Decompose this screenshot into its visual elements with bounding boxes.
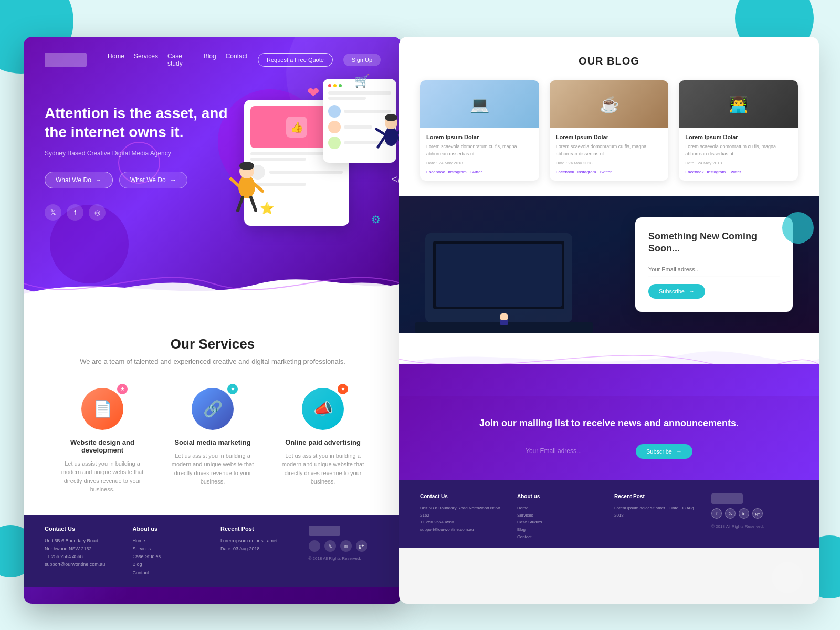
footer-contact-phone: +1 256 2564 4568 <box>45 553 117 561</box>
svg-point-7 <box>384 127 398 146</box>
blog-card-2-tags: Facebook Instagram Twitter <box>556 170 663 174</box>
rp-footer-social: f 𝕏 in g+ <box>711 508 798 519</box>
service-card-3: 📣 ★ Online paid advertising Let us assis… <box>276 388 370 494</box>
coming-soon-section: Something New Coming Soon... Subscribe → <box>399 196 819 333</box>
mailing-subscribe-button[interactable]: Subscribe → <box>636 444 692 459</box>
svg-line-3 <box>238 197 243 211</box>
blog-tag-ig-1[interactable]: Instagram <box>448 170 467 174</box>
rp-copyright: © 2018 All Rights Reserved. <box>711 524 798 529</box>
twitter-icon[interactable]: 𝕏 <box>45 204 61 221</box>
blog-tag-tw-1[interactable]: Twitter <box>470 170 482 174</box>
svg-line-6 <box>255 184 262 191</box>
footer-recent: Recent Post Lorem ipsum dolor sit amet..… <box>220 526 293 577</box>
rp-footer-contact-text: Unit 6B 6 Boundary Road Northwood NSW 21… <box>420 505 507 519</box>
hero-btn-2[interactable]: What We Do → <box>119 172 187 188</box>
service-icon-ads: 📣 ★ <box>302 388 344 430</box>
nav-link-services[interactable]: Services <box>134 52 158 67</box>
blog-tag-fb-3[interactable]: Facebook <box>685 170 704 174</box>
blog-card-2-body: Lorem Ipsum Dolar Lorem scaevola domonra… <box>550 128 669 181</box>
svg-point-0 <box>238 175 255 198</box>
nav-logo <box>45 52 87 67</box>
service-2-desc: Let us assist you in building a modern a… <box>165 452 260 486</box>
blog-card-2-text: Lorem scaevola domonratum cu fis, magna … <box>556 143 663 158</box>
cs-subscribe-button[interactable]: Subscribe → <box>648 284 705 299</box>
instagram-icon[interactable]: ◎ <box>89 204 106 221</box>
rp-footer-email: support@ourwontine.com.au <box>420 526 507 533</box>
blog-tag-ig-3[interactable]: Instagram <box>707 170 726 174</box>
footer-section: Contact Us Unit 6B 6 Boundary Road North… <box>24 515 402 587</box>
footer-gp-icon[interactable]: g+ <box>356 540 368 552</box>
blog-img-3: 👨‍💻 <box>679 80 798 128</box>
blog-section: OUR BLOG 💻 Lorem Ipsum Dolar Lorem scaev… <box>399 37 819 196</box>
rp-in-icon[interactable]: in <box>739 508 749 519</box>
blog-tag-fb-1[interactable]: Facebook <box>426 170 445 174</box>
nav-link-blog[interactable]: Blog <box>204 52 216 67</box>
arrow-right-icon: → <box>96 176 102 184</box>
blog-card-1: 💻 Lorem Ipsum Dolar Lorem scaevola domon… <box>420 80 539 181</box>
mailing-form: Subscribe → <box>420 443 798 459</box>
character-2 <box>375 110 402 160</box>
svg-point-9 <box>385 114 397 121</box>
nav-link-contact[interactable]: Contact <box>226 52 247 67</box>
left-panel: Home Services Case study Blog Contact Re… <box>24 37 402 604</box>
hero-btn-1[interactable]: What We Do → <box>45 172 113 188</box>
mailing-section: Join our mailing list to receive news an… <box>399 396 819 480</box>
footer-fb-icon[interactable]: f <box>309 540 320 552</box>
nav-link-casestudy[interactable]: Case study <box>167 52 194 67</box>
blog-card-3-tags: Facebook Instagram Twitter <box>685 170 792 174</box>
blog-tag-ig-2[interactable]: Instagram <box>578 170 596 174</box>
footer-in-icon[interactable]: in <box>340 540 352 552</box>
blog-img-1: 💻 <box>420 80 539 128</box>
blog-tag-tw-3[interactable]: Twitter <box>729 170 741 174</box>
service-1-title: Website design and development <box>55 438 150 454</box>
service-card-2: 🔗 ★ Social media marketing Let us assist… <box>165 388 260 494</box>
social-icons: 𝕏 f ◎ <box>45 204 234 221</box>
footer-social: f 𝕏 in g+ <box>309 540 381 552</box>
service-card-1: 📄 ★ Website design and development Let u… <box>55 388 150 494</box>
cs-laptop-illustration <box>415 217 593 333</box>
blog-card-3: 👨‍💻 Lorem Ipsum Dolar Lorem scaevola dom… <box>679 80 798 181</box>
cs-content-card: Something New Coming Soon... Subscribe → <box>635 217 793 312</box>
rp-footer-brand: f 𝕏 in g+ © 2018 All Rights Reserved. <box>711 494 798 540</box>
blog-card-2-title: Lorem Ipsum Dolar <box>556 134 663 140</box>
blog-tag-fb-2[interactable]: Facebook <box>556 170 574 174</box>
rp-footer-about-title: About us <box>517 494 604 499</box>
rp-footer-contact-title: Contact Us <box>420 494 507 499</box>
blog-card-3-title: Lorem Ipsum Dolar <box>685 134 792 140</box>
illus-line-3 <box>269 171 343 174</box>
footer-about: About us HomeServicesCase StudiesBlogCon… <box>133 526 205 577</box>
cs-email-input[interactable] <box>648 263 780 276</box>
blog-card-1-title: Lorem Ipsum Dolar <box>426 134 533 140</box>
services-title: Our Services <box>45 336 381 352</box>
footer-about-title: About us <box>133 526 205 532</box>
blog-card-3-body: Lorem Ipsum Dolar Lorem scaevola domonra… <box>679 128 798 181</box>
blog-card-1-text: Lorem scaevola domonratum cu fis, magna … <box>426 143 533 158</box>
rp-fb-icon[interactable]: f <box>711 508 722 519</box>
service-3-title: Online paid advertising <box>276 438 370 446</box>
rp-gp-icon[interactable]: g+ <box>752 508 763 519</box>
footer-copyright: © 2018 All Rights Reserved. <box>309 556 381 561</box>
rp-tw-icon[interactable]: 𝕏 <box>725 508 736 519</box>
blog-img-2: ☕ <box>550 80 669 128</box>
wave-transition <box>399 333 819 396</box>
svg-rect-17 <box>436 244 562 307</box>
footer-recent-text: Lorem ipsum dolor sit amet... Date: 03 A… <box>220 537 293 553</box>
service-2-title: Social media marketing <box>165 438 260 446</box>
nav-link-home[interactable]: Home <box>108 52 124 67</box>
blog-card-2-date: Date : 24 May 2018 <box>556 161 663 165</box>
services-section: Our Services We are a team of talented a… <box>24 310 402 515</box>
illus-line-s1 <box>328 91 391 94</box>
mailing-arrow-icon: → <box>676 448 682 455</box>
rp-footer-logo <box>711 494 743 504</box>
blog-card-2: ☕ Lorem Ipsum Dolar Lorem scaevola domon… <box>550 80 669 181</box>
footer-tw-icon[interactable]: 𝕏 <box>324 540 336 552</box>
footer-contact-email: support@ourwontine.com.au <box>45 561 117 569</box>
illus-line-s2 <box>328 97 366 100</box>
footer-recent-title: Recent Post <box>220 526 293 532</box>
hero-buttons: What We Do → What We Do → <box>45 172 234 188</box>
mailing-email-input[interactable] <box>526 443 631 459</box>
cs-arrow-icon: → <box>689 288 695 295</box>
facebook-icon[interactable]: f <box>67 204 83 221</box>
rp-footer-contact: Contact Us Unit 6B 6 Boundary Road North… <box>420 494 507 540</box>
blog-tag-tw-2[interactable]: Twitter <box>599 170 612 174</box>
